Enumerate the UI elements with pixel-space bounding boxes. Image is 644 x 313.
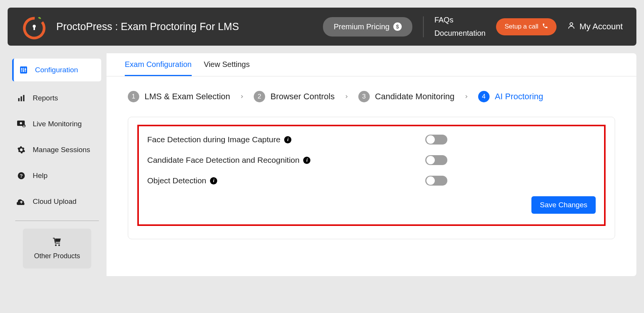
info-icon[interactable]: i — [284, 136, 291, 143]
sidebar-item-label: Live Monitoring — [33, 120, 82, 128]
step-label: Browser Controls — [270, 92, 335, 102]
setting-candidate-face-recognition: Candidate Face Detection and Recognition… — [147, 155, 596, 165]
main-panel: Exam Configuration View Settings 1 LMS &… — [107, 53, 636, 276]
setting-face-detection-capture: Face Detection during Image Capture i — [147, 135, 596, 145]
sidebar-item-cloud-upload[interactable]: Cloud Upload — [8, 189, 107, 214]
step-label: AI Proctoring — [495, 92, 543, 102]
svg-point-21 — [58, 245, 60, 246]
sidebar-item-reports[interactable]: Reports — [8, 85, 107, 111]
toggle-candidate-face-recognition[interactable] — [425, 155, 447, 165]
sidebar-item-label: Cloud Upload — [33, 197, 76, 206]
svg-point-3 — [570, 23, 573, 25]
documentation-link[interactable]: Documentation — [434, 29, 486, 38]
svg-rect-13 — [23, 95, 25, 102]
svg-rect-12 — [21, 96, 22, 101]
gear-icon — [17, 145, 26, 154]
faqs-link[interactable]: FAQs — [434, 16, 486, 24]
setting-text: Object Detection — [147, 176, 206, 185]
sidebar-item-label: Help — [33, 172, 48, 180]
step-number: 4 — [478, 91, 490, 102]
content-area: Configuration Reports Live Monitoring Ma… — [0, 53, 644, 284]
svg-rect-2 — [33, 26, 35, 30]
header-links: FAQs Documentation — [434, 16, 486, 38]
step-lms-exam-selection[interactable]: 1 LMS & Exam Selection — [128, 91, 230, 102]
svg-point-15 — [20, 122, 22, 124]
my-account-label: My Account — [579, 22, 623, 32]
setup-call-button[interactable]: Setup a call — [496, 18, 557, 35]
setting-text: Candidate Face Detection and Recognition — [147, 156, 299, 165]
sidebar: Configuration Reports Live Monitoring Ma… — [8, 53, 107, 276]
dollar-icon: $ — [393, 22, 402, 31]
info-icon[interactable]: i — [210, 177, 217, 184]
my-account-link[interactable]: My Account — [567, 21, 623, 32]
sidebar-item-label: Reports — [33, 94, 58, 102]
chevron-right-icon — [464, 92, 469, 101]
logo-area: ProctoPress : Exam Proctoring For LMS — [21, 14, 239, 40]
setting-text: Face Detection during Image Capture — [147, 135, 280, 144]
premium-label: Premium Pricing — [334, 22, 390, 31]
info-icon[interactable]: i — [303, 157, 310, 164]
svg-text:?: ? — [20, 173, 23, 179]
highlighted-section: Face Detection during Image Capture i Ca… — [137, 125, 606, 226]
save-row: Save Changes — [147, 196, 596, 214]
step-label: LMS & Exam Selection — [145, 92, 230, 102]
cart-icon — [52, 242, 62, 248]
step-browser-controls[interactable]: 2 Browser Controls — [254, 91, 335, 102]
step-label: Candidate Monitoring — [375, 92, 455, 102]
svg-point-17 — [24, 125, 25, 126]
toggle-knob — [426, 156, 435, 164]
toggle-object-detection[interactable] — [425, 176, 447, 186]
sidebar-item-label: Configuration — [35, 66, 78, 74]
app-title: ProctoPress : Exam Proctoring For LMS — [56, 21, 239, 33]
user-icon — [567, 21, 576, 32]
sidebar-item-label: Manage Sessions — [33, 146, 90, 154]
other-products-label: Other Products — [27, 252, 87, 260]
app-logo-icon — [21, 14, 47, 40]
sidebar-item-manage-sessions[interactable]: Manage Sessions — [8, 137, 107, 163]
svg-rect-11 — [18, 98, 20, 101]
svg-point-8 — [21, 68, 23, 70]
sidebar-item-help[interactable]: ? Help — [8, 163, 107, 189]
header-right: Premium Pricing $ FAQs Documentation Set… — [323, 16, 623, 38]
step-number: 1 — [128, 91, 139, 102]
toggle-knob — [426, 176, 435, 185]
bar-chart-icon — [17, 94, 26, 103]
chevron-right-icon — [344, 92, 349, 101]
setting-label: Face Detection during Image Capture i — [147, 135, 291, 144]
step-number: 2 — [254, 91, 265, 102]
header-divider — [423, 16, 424, 37]
svg-point-9 — [23, 70, 24, 72]
toggle-face-detection-capture[interactable] — [425, 135, 447, 145]
svg-point-20 — [55, 245, 57, 246]
chevron-right-icon — [239, 92, 245, 101]
cloud-upload-icon — [17, 197, 26, 206]
save-changes-button[interactable]: Save Changes — [531, 196, 596, 214]
step-ai-proctoring[interactable]: 4 AI Proctoring — [478, 91, 543, 102]
step-candidate-monitoring[interactable]: 3 Candidate Monitoring — [358, 91, 455, 102]
settings-panel: Face Detection during Image Capture i Ca… — [128, 117, 615, 239]
sidebar-item-configuration[interactable]: Configuration — [12, 59, 101, 81]
tab-exam-configuration[interactable]: Exam Configuration — [125, 60, 192, 76]
tab-view-settings[interactable]: View Settings — [204, 60, 250, 76]
sidebar-item-live-monitoring[interactable]: Live Monitoring — [8, 111, 107, 137]
setup-call-label: Setup a call — [504, 23, 538, 30]
app-header: ProctoPress : Exam Proctoring For LMS Pr… — [8, 8, 636, 46]
toggle-knob — [426, 135, 435, 144]
help-icon: ? — [17, 171, 26, 180]
stepper: 1 LMS & Exam Selection 2 Browser Control… — [107, 76, 636, 117]
setting-object-detection: Object Detection i — [147, 176, 596, 186]
tabs: Exam Configuration View Settings — [107, 53, 636, 76]
svg-point-10 — [25, 68, 26, 70]
setting-label: Candidate Face Detection and Recognition… — [147, 156, 310, 165]
setting-label: Object Detection i — [147, 176, 217, 185]
other-products-button[interactable]: Other Products — [23, 229, 91, 269]
sidebar-divider — [15, 221, 99, 221]
premium-pricing-button[interactable]: Premium Pricing $ — [323, 17, 412, 37]
sliders-icon — [19, 65, 28, 75]
step-number: 3 — [358, 91, 370, 102]
monitor-icon — [17, 119, 26, 129]
phone-icon — [542, 23, 548, 31]
